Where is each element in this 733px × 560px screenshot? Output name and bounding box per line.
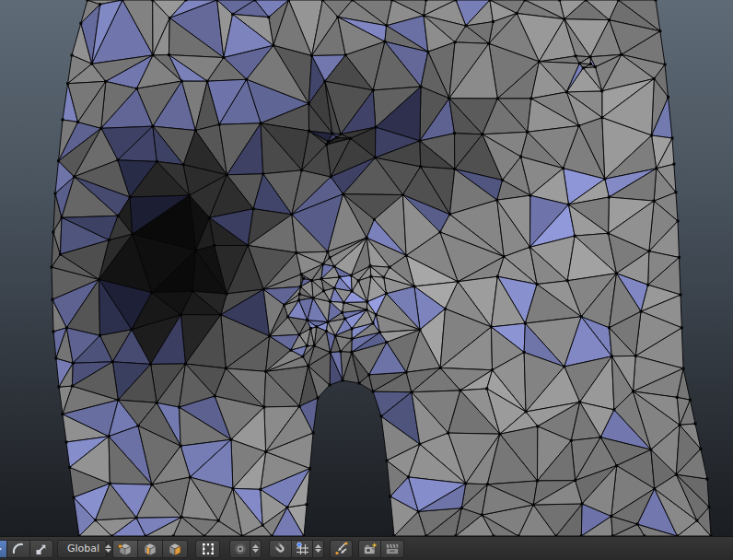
- face-select-button[interactable]: [162, 540, 188, 558]
- blender-window: Global: [0, 0, 733, 560]
- chevron-up-icon: [315, 544, 321, 548]
- chevron-down-icon: [315, 549, 321, 553]
- face-select-icon: [168, 542, 182, 556]
- clapperboard-icon: [385, 542, 400, 556]
- translate-icon: [0, 542, 3, 555]
- proportional-circle-icon: [234, 542, 247, 555]
- scale-icon: [35, 542, 48, 555]
- manipulator-scale-button[interactable]: [29, 540, 53, 558]
- magnet-icon: [273, 542, 287, 555]
- mesh-canvas[interactable]: [0, 0, 733, 536]
- opengl-render-group: [358, 540, 404, 558]
- snap-toggle-button[interactable]: [269, 540, 292, 558]
- snap-target-icon: [334, 542, 348, 555]
- orientation-arrows[interactable]: [105, 544, 111, 553]
- rotate-icon: [12, 542, 25, 555]
- edge-select-button[interactable]: [137, 540, 163, 558]
- manipulator-group: [0, 540, 53, 558]
- vertex-select-button[interactable]: [112, 540, 138, 558]
- orientation-select[interactable]: Global: [57, 540, 107, 558]
- orientation-label: Global: [58, 542, 105, 555]
- snap-group: [269, 540, 324, 558]
- snap-element-arrows[interactable]: [312, 540, 324, 558]
- camera-icon: [363, 542, 378, 556]
- proportional-editing-button[interactable]: [229, 540, 250, 558]
- limit-selection-to-visible-button[interactable]: [195, 540, 220, 558]
- edge-select-icon: [143, 542, 157, 556]
- proportional-editing-arrows[interactable]: [250, 540, 262, 558]
- select-mode-group: [112, 540, 188, 558]
- opengl-render-animation-button[interactable]: [380, 540, 404, 558]
- vertex-select-icon: [118, 542, 133, 556]
- chevron-up-icon: [252, 544, 259, 548]
- viewport-header-toolbar: Global: [0, 536, 733, 560]
- 3d-viewport[interactable]: [0, 0, 733, 536]
- occlude-geometry-icon: [201, 542, 215, 556]
- chevron-down-icon: [105, 549, 111, 553]
- proportional-editing-group: [229, 540, 262, 558]
- chevron-up-icon: [105, 544, 111, 548]
- chevron-down-icon: [252, 549, 259, 553]
- opengl-render-button[interactable]: [358, 540, 381, 558]
- snap-element-button[interactable]: [291, 540, 313, 558]
- manipulator-rotate-button[interactable]: [6, 540, 30, 558]
- snap-increment-icon: [296, 542, 309, 555]
- snap-target-button[interactable]: [330, 540, 353, 558]
